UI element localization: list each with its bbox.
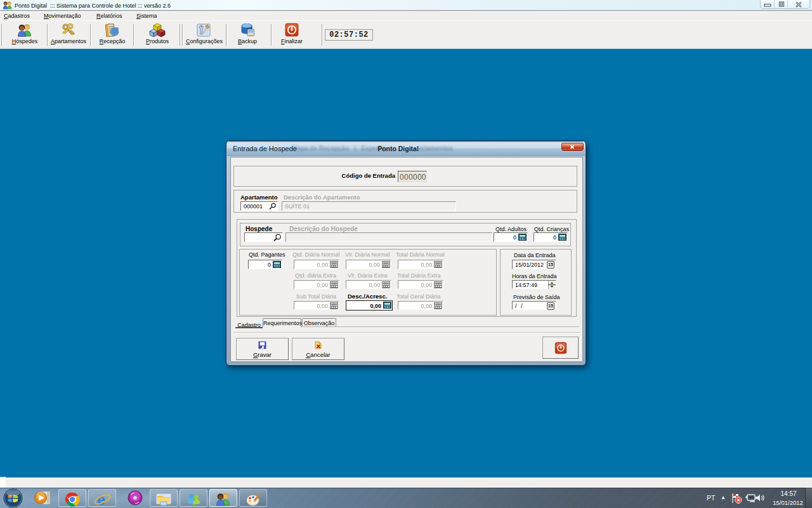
svg-text:e: e (97, 491, 105, 508)
